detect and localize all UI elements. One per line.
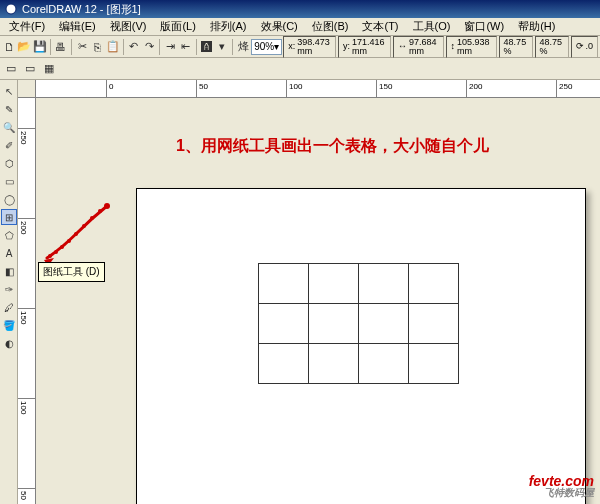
menu-window[interactable]: 窗口(W) (457, 19, 511, 34)
position-y-box: y:171.416 mm (338, 36, 391, 58)
position-box: x:398.473 mm (283, 36, 336, 58)
menu-edit[interactable]: 编辑(E) (52, 19, 103, 34)
svg-point-8 (98, 209, 102, 213)
export-button[interactable]: ⇤ (178, 38, 192, 56)
menu-bitmap[interactable]: 位图(B) (305, 19, 356, 34)
freehand-tool[interactable]: ✐ (1, 137, 17, 153)
vertical-ruler: 250 200 150 100 50 (18, 98, 36, 504)
fill-tool[interactable]: 🪣 (1, 317, 17, 333)
corel-online-button[interactable]: ▾ (215, 38, 229, 56)
open-button[interactable]: 📂 (17, 38, 31, 56)
pick-tool[interactable]: ↖ (1, 83, 17, 99)
size-w-box: ↔97.684 mm (393, 36, 444, 58)
rotation-box: ⟳.0 (571, 36, 599, 58)
separator (50, 39, 51, 55)
eyedropper-tool[interactable]: ✑ (1, 281, 17, 297)
save-button[interactable]: 💾 (33, 38, 47, 56)
canvas-area[interactable]: 0 50 100 150 200 250 250 200 150 100 50 … (18, 80, 600, 504)
menu-layout[interactable]: 版面(L) (153, 19, 202, 34)
import-button[interactable]: ⇥ (163, 38, 177, 56)
standard-toolbar: 🗋 📂 💾 🖶 ✂ ⎘ 📋 ↶ ↷ ⇥ ⇤ 🅰 ▾ 烽 90% ▾ x:398.… (0, 36, 600, 58)
tool-tooltip: 图纸工具 (D) (38, 262, 105, 282)
toolbox: ↖ ✎ 🔍 ✐ ⬡ ▭ ◯ ⊞ ⬠ A ◧ ✑ 🖊 🪣 ◐ (0, 80, 18, 504)
ruler-corner (18, 80, 36, 98)
menu-tools[interactable]: 工具(O) (406, 19, 458, 34)
outline-tool[interactable]: 🖊 (1, 299, 17, 315)
smart-draw-tool[interactable]: ⬡ (1, 155, 17, 171)
prop-btn-2[interactable]: ▭ (21, 60, 39, 78)
separator (232, 39, 233, 55)
redo-button[interactable]: ↷ (142, 38, 156, 56)
svg-point-5 (74, 232, 78, 236)
title-text: CorelDRAW 12 - [图形1] (22, 2, 141, 17)
rectangle-tool[interactable]: ▭ (1, 173, 17, 189)
paste-button[interactable]: 📋 (105, 38, 119, 56)
menu-view[interactable]: 视图(V) (103, 19, 154, 34)
drawn-grid-object[interactable] (258, 263, 459, 384)
separator (159, 39, 160, 55)
scale-y-box: 48.75 % (535, 36, 569, 58)
shape-tool[interactable]: ✎ (1, 101, 17, 117)
canvas-viewport[interactable]: 1、用网纸工具画出一个表格，大小随自个儿 图纸工具 (D) (36, 98, 600, 504)
undo-button[interactable]: ↶ (127, 38, 141, 56)
app-launcher-button[interactable]: 🅰 (199, 38, 213, 56)
ellipse-tool[interactable]: ◯ (1, 191, 17, 207)
svg-point-0 (6, 4, 16, 14)
new-button[interactable]: 🗋 (2, 38, 16, 56)
text-tool[interactable]: A (1, 245, 17, 261)
annotation-arrow-icon (42, 198, 122, 268)
watermark: fevte.com 飞特数码屋 (529, 474, 594, 498)
menu-arrange[interactable]: 排列(A) (203, 19, 254, 34)
property-toolbar: ▭ ▭ ▦ (0, 58, 600, 80)
interactive-fill-tool[interactable]: ◐ (1, 335, 17, 351)
separator (196, 39, 197, 55)
menubar: 文件(F) 编辑(E) 视图(V) 版面(L) 排列(A) 效果(C) 位图(B… (0, 18, 600, 36)
titlebar: CorelDRAW 12 - [图形1] (0, 0, 600, 18)
svg-point-6 (82, 224, 86, 228)
copy-button[interactable]: ⎘ (90, 38, 104, 56)
separator (71, 39, 72, 55)
menu-effects[interactable]: 效果(C) (254, 19, 305, 34)
svg-point-7 (90, 216, 94, 220)
interactive-blend-tool[interactable]: ◧ (1, 263, 17, 279)
workspace: ↖ ✎ 🔍 ✐ ⬡ ▭ ◯ ⊞ ⬠ A ◧ ✑ 🖊 🪣 ◐ 0 50 100 1… (0, 80, 600, 504)
graph-paper-tool[interactable]: ⊞ (1, 209, 17, 225)
menu-file[interactable]: 文件(F) (2, 19, 52, 34)
zoom-tool[interactable]: 🔍 (1, 119, 17, 135)
horizontal-ruler: 0 50 100 150 200 250 (36, 80, 600, 98)
zoom-level[interactable]: 90% ▾ (251, 39, 282, 55)
svg-point-9 (104, 203, 110, 209)
size-h-box: ↕105.938 mm (446, 36, 497, 58)
svg-point-3 (60, 245, 64, 249)
scale-x-box: 48.75 % (499, 36, 533, 58)
svg-point-2 (54, 250, 58, 254)
welcome-button[interactable]: 烽 (236, 38, 250, 56)
tutorial-annotation: 1、用网纸工具画出一个表格，大小随自个儿 (176, 136, 489, 157)
menu-help[interactable]: 帮助(H) (511, 19, 562, 34)
svg-point-1 (48, 254, 52, 258)
cut-button[interactable]: ✂ (75, 38, 89, 56)
menu-text[interactable]: 文本(T) (355, 19, 405, 34)
property-status: x:398.473 mm y:171.416 mm ↔97.684 mm ↕10… (283, 36, 598, 58)
polygon-tool[interactable]: ⬠ (1, 227, 17, 243)
separator (123, 39, 124, 55)
app-icon (4, 2, 18, 16)
svg-point-4 (67, 239, 71, 243)
prop-btn-1[interactable]: ▭ (2, 60, 20, 78)
print-button[interactable]: 🖶 (54, 38, 68, 56)
prop-btn-3[interactable]: ▦ (40, 60, 58, 78)
